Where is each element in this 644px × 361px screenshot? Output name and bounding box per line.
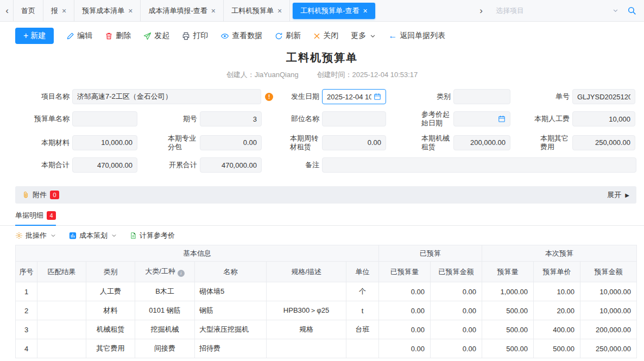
- doc-no-input[interactable]: GLJYSD202512040: [572, 89, 635, 104]
- cell-category[interactable]: 其它费用: [86, 339, 135, 358]
- cell-amount[interactable]: 200,000.00: [580, 320, 637, 339]
- cell-budgeted-amt[interactable]: 0.00: [431, 320, 482, 339]
- calc-reference-price-button[interactable]: 计算参考价: [130, 231, 175, 240]
- tab-budget-cost-list[interactable]: 预算成本清单 ×: [74, 0, 141, 21]
- cell-name[interactable]: 砌体墙5: [195, 282, 267, 301]
- other-cost-input[interactable]: 250,000.00: [572, 135, 635, 150]
- print-button[interactable]: 打印: [182, 31, 208, 41]
- cell-qty[interactable]: 500.00: [482, 301, 534, 320]
- cell-amount[interactable]: 250,000.00: [580, 339, 637, 358]
- cell-seq[interactable]: 2: [16, 301, 37, 320]
- cell-major[interactable]: 挖掘机械: [135, 320, 195, 339]
- project-select[interactable]: 选择项目: [493, 3, 622, 19]
- cell-spec[interactable]: 规格: [267, 320, 346, 339]
- expand-label[interactable]: 展开: [607, 190, 621, 200]
- tab-cost-list-fill-view[interactable]: 成本清单填报-查看 ×: [141, 0, 224, 21]
- cell-budgeted-qty[interactable]: 0.00: [379, 339, 431, 358]
- cell-category[interactable]: 机械租赁: [86, 320, 135, 339]
- occur-date-input[interactable]: 2025-12-04 10:: [322, 89, 386, 104]
- cell-qty[interactable]: 1,000.00: [482, 282, 534, 301]
- labor-cost-input[interactable]: 10,000: [572, 111, 635, 126]
- new-button[interactable]: + 新建: [15, 28, 54, 44]
- ref-price-date-input[interactable]: [453, 111, 510, 126]
- cell-spec[interactable]: [267, 339, 346, 358]
- calendar-icon[interactable]: [498, 115, 506, 123]
- close-button[interactable]: 关闭: [313, 31, 338, 41]
- tab-home[interactable]: 首页: [13, 0, 43, 21]
- tab-gljysd[interactable]: 工料机预算单 ×: [224, 0, 290, 21]
- current-total-input[interactable]: 470,000.00: [72, 157, 137, 173]
- cell-price[interactable]: 400.00: [534, 320, 580, 339]
- warning-icon[interactable]: !: [265, 93, 273, 101]
- cell-match[interactable]: [37, 282, 86, 301]
- cell-major[interactable]: B木工: [135, 282, 195, 301]
- cell-name[interactable]: 钢筋: [195, 301, 267, 320]
- project-name-input[interactable]: 济邹高速7-2工区（金石公司）: [72, 89, 261, 104]
- cell-unit[interactable]: 台班: [346, 320, 379, 339]
- cell-budgeted-qty[interactable]: 0.00: [379, 282, 431, 301]
- tab-report[interactable]: 报 ×: [43, 0, 74, 21]
- cell-spec[interactable]: HPB300＞φ25: [267, 301, 346, 320]
- cell-price[interactable]: 500.00: [534, 339, 580, 358]
- view-data-button[interactable]: 查看数据: [220, 31, 262, 41]
- expand-arrow-icon[interactable]: ▶: [625, 192, 629, 198]
- batch-operations-button[interactable]: 批操作: [15, 231, 56, 240]
- material-input[interactable]: 10,000.00: [72, 135, 137, 150]
- edit-button[interactable]: 编辑: [66, 31, 92, 41]
- cell-category[interactable]: 人工费: [86, 282, 135, 301]
- budget-name-input[interactable]: [72, 111, 137, 126]
- cell-budgeted-qty[interactable]: 0.00: [379, 301, 431, 320]
- cell-match[interactable]: [37, 339, 86, 358]
- part-name-input[interactable]: [322, 111, 386, 126]
- cell-spec[interactable]: [267, 282, 346, 301]
- cell-budgeted-qty[interactable]: 0.00: [379, 320, 431, 339]
- cell-qty[interactable]: 500.00: [482, 320, 534, 339]
- cell-match[interactable]: [37, 301, 86, 320]
- cell-price[interactable]: 20.00: [534, 301, 580, 320]
- cell-match[interactable]: [37, 320, 86, 339]
- cell-unit[interactable]: t: [346, 301, 379, 320]
- category-input[interactable]: [453, 89, 510, 104]
- tab-close-icon[interactable]: ×: [62, 7, 66, 15]
- tab-gljysd-view[interactable]: 工料机预算单-查看 ×: [293, 3, 375, 19]
- attachment-bar[interactable]: 附件 0 展开 ▶: [15, 186, 636, 204]
- back-to-list-button[interactable]: ← 返回单据列表: [388, 31, 445, 41]
- table-row[interactable]: 1 人工费 B木工 砌体墙5 个 0.00 0.00 1,000.00 10.0…: [16, 282, 637, 301]
- search-icon[interactable]: [627, 6, 636, 15]
- cumulative-total-input[interactable]: 470,000.00: [200, 157, 262, 173]
- send-button[interactable]: 发起: [143, 31, 169, 41]
- cell-name[interactable]: 大型液压挖掘机: [195, 320, 267, 339]
- cost-planning-button[interactable]: 成本策划: [69, 231, 117, 240]
- remark-input[interactable]: [322, 157, 636, 173]
- refresh-button[interactable]: 刷新: [275, 31, 301, 41]
- tab-close-icon[interactable]: ×: [128, 7, 132, 15]
- delete-button[interactable]: 删除: [105, 31, 131, 41]
- cell-price[interactable]: 10.00: [534, 282, 580, 301]
- cell-amount[interactable]: 10,000.00: [580, 301, 637, 320]
- cell-amount[interactable]: 10,000.00: [580, 282, 637, 301]
- more-button[interactable]: 更多: [351, 31, 376, 41]
- cell-name[interactable]: 招待费: [195, 339, 267, 358]
- cell-seq[interactable]: 4: [16, 339, 37, 358]
- info-icon[interactable]: i: [178, 270, 185, 277]
- cell-seq[interactable]: 1: [16, 282, 37, 301]
- cell-major[interactable]: 间接费: [135, 339, 195, 358]
- table-row[interactable]: 2 材料 0101 钢筋 钢筋 HPB300＞φ25 t 0.00 0.00 5…: [16, 301, 637, 320]
- cell-unit[interactable]: 个: [346, 282, 379, 301]
- subcontract-input[interactable]: 0.00: [200, 135, 262, 150]
- table-row[interactable]: 3 机械租赁 挖掘机械 大型液压挖掘机 规格 台班 0.00 0.00 500.…: [16, 320, 637, 339]
- turnover-rent-input[interactable]: 0.00: [322, 135, 386, 150]
- tab-close-icon[interactable]: ×: [211, 7, 216, 15]
- cell-major[interactable]: 0101 钢筋: [135, 301, 195, 320]
- table-row[interactable]: 4 其它费用 间接费 招待费 0.00 0.00 500.00 500.00 2…: [16, 339, 637, 358]
- machine-rent-input[interactable]: 200,000.00: [453, 135, 510, 150]
- tabs-scroll-left-icon[interactable]: ‹: [1, 5, 13, 16]
- tabs-scroll-right-icon[interactable]: ›: [475, 5, 487, 16]
- cell-unit[interactable]: [346, 339, 379, 358]
- cell-seq[interactable]: 3: [16, 320, 37, 339]
- calendar-icon[interactable]: [374, 93, 381, 100]
- cell-qty[interactable]: 500.00: [482, 339, 534, 358]
- cell-budgeted-amt[interactable]: 0.00: [431, 282, 482, 301]
- tab-close-icon[interactable]: ×: [277, 7, 282, 15]
- cell-budgeted-amt[interactable]: 0.00: [431, 301, 482, 320]
